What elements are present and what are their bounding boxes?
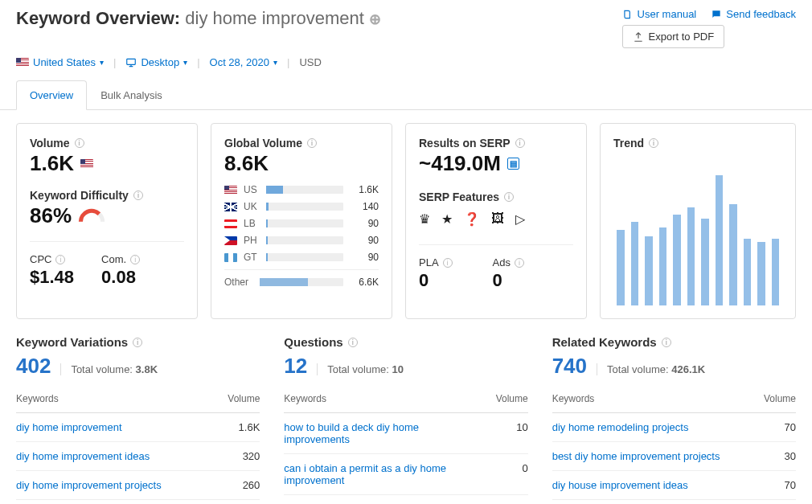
title-keyword: diy home improvement	[185, 8, 364, 28]
info-icon[interactable]: i	[130, 255, 140, 264]
crown-icon: ♛	[419, 211, 430, 227]
video-icon: ▷	[515, 211, 525, 227]
gv-row: LB90	[224, 218, 379, 229]
chat-icon	[711, 9, 722, 20]
serp-snapshot-icon[interactable]: ▤	[507, 158, 519, 170]
related-count[interactable]: 740	[552, 354, 587, 379]
table-row: diy home improvement ideas320	[16, 442, 260, 471]
trend-chart	[613, 161, 782, 305]
page-header: Keyword Overview: diy home improvement ⊕…	[0, 0, 812, 68]
related-keywords-section: Related Keywordsi 740 Total volume: 426.…	[552, 335, 796, 504]
trend-bar	[617, 230, 625, 305]
trend-bar	[631, 222, 639, 305]
send-feedback-link[interactable]: Send feedback	[711, 8, 796, 20]
chevron-down-icon: ▾	[273, 58, 277, 67]
info-icon[interactable]: i	[662, 338, 671, 347]
keyword-variations-section: Keyword Variationsi 402 Total volume: 3.…	[16, 335, 260, 504]
table-row: diy home improvement1.6K	[16, 413, 260, 442]
trend-bar	[645, 236, 653, 305]
table-row: budget diy home improvement50	[552, 500, 796, 504]
keyword-link[interactable]: diy home improvement ideas	[16, 450, 150, 462]
gv-row: PH90	[224, 235, 379, 246]
table-row: diy home remodeling projects70	[552, 413, 796, 442]
info-icon[interactable]: i	[443, 258, 453, 268]
info-icon[interactable]: i	[55, 255, 65, 264]
trend-bar	[772, 239, 780, 305]
pla-value: 0	[419, 270, 453, 291]
keyword-link[interactable]: diy home remodeling projects	[552, 421, 689, 433]
country-filter[interactable]: United States ▾	[16, 56, 104, 68]
trend-bar	[716, 175, 724, 305]
tab-bulk-analysis[interactable]: Bulk Analysis	[87, 80, 176, 110]
faq-icon: ❓	[464, 211, 480, 227]
questions-count[interactable]: 12	[284, 354, 307, 379]
info-icon[interactable]: i	[133, 191, 143, 200]
table-row: diy house improvement ideas70	[552, 471, 796, 500]
ph-flag-icon	[224, 236, 237, 245]
trend-bar	[729, 204, 737, 305]
table-row: how to build a deck diy home improvement…	[284, 413, 527, 454]
gt-flag-icon	[224, 253, 237, 262]
gv-row: UK140	[224, 201, 379, 212]
device-filter[interactable]: Desktop ▾	[125, 56, 187, 68]
kd-value: 86%	[30, 203, 72, 228]
global-volume-value: 8.6K	[224, 151, 379, 176]
info-icon[interactable]: i	[307, 138, 317, 148]
keyword-link[interactable]: diy house improvement ideas	[552, 479, 688, 491]
info-icon[interactable]: i	[75, 138, 84, 148]
keyword-link[interactable]: diy home improvement	[16, 421, 122, 433]
gv-row: US1.6K	[224, 184, 379, 195]
volume-value: 1.6K	[30, 151, 74, 176]
serp-card: Results on SERPi ~419.0M▤ SERP Featuresi…	[405, 123, 587, 319]
trend-bar	[673, 215, 681, 305]
trend-card: Trendi	[600, 123, 796, 319]
svg-rect-0	[127, 59, 136, 64]
chevron-down-icon: ▾	[183, 58, 187, 67]
title-prefix: Keyword Overview:	[16, 8, 180, 28]
us-flag-icon	[16, 58, 29, 67]
desktop-icon	[125, 57, 137, 68]
ads-value: 0	[493, 270, 524, 291]
volume-card: Volumei 1.6K Keyword Difficultyi 86% CPC…	[16, 123, 198, 319]
table-row: can i obtain a permit as a diy home impr…	[284, 454, 527, 495]
tab-overview[interactable]: Overview	[16, 80, 87, 110]
chevron-down-icon: ▾	[100, 58, 104, 67]
export-pdf-button[interactable]: Export to PDF	[622, 25, 725, 48]
gv-row: GT90	[224, 252, 379, 263]
currency-label: USD	[299, 56, 321, 68]
keyword-link[interactable]: best diy home improvement projects	[552, 450, 720, 462]
com-value: 0.08	[101, 267, 140, 288]
table-row: best diy home improvement projects30	[552, 442, 796, 471]
date-filter[interactable]: Oct 28, 2020 ▾	[210, 56, 277, 68]
book-icon	[622, 9, 634, 20]
info-icon[interactable]: i	[515, 258, 524, 268]
info-icon[interactable]: i	[504, 192, 514, 202]
serp-results-value: ~419.0M	[419, 151, 501, 176]
add-keyword-button[interactable]: ⊕	[369, 11, 381, 27]
info-icon[interactable]: i	[133, 338, 142, 347]
info-icon[interactable]: i	[649, 138, 658, 148]
keyword-link[interactable]: can i obtain a permit as a diy home impr…	[284, 462, 461, 486]
info-icon[interactable]: i	[348, 338, 358, 347]
lb-flag-icon	[224, 219, 237, 228]
info-icon[interactable]: i	[515, 138, 525, 148]
gauge-icon	[78, 208, 105, 224]
trend-bar	[744, 239, 752, 305]
trend-bar	[659, 227, 667, 305]
user-manual-link[interactable]: User manual	[622, 8, 697, 20]
export-icon	[633, 31, 644, 43]
table-row: do-it-yourself diy home improvement reta…	[284, 495, 527, 504]
us-flag-icon	[224, 186, 237, 195]
uk-flag-icon	[224, 203, 237, 211]
global-volume-card: Global Volumei 8.6K US1.6KUK140LB90PH90G…	[211, 123, 392, 319]
keyword-link[interactable]: diy home improvement projects	[16, 479, 162, 491]
keyword-link[interactable]: how to build a deck diy home improvement…	[284, 421, 461, 445]
cpc-value: $1.48	[30, 267, 74, 288]
filters-bar: United States ▾ | Desktop ▾ | Oct 28, 20…	[16, 56, 796, 68]
page-title: Keyword Overview: diy home improvement ⊕	[16, 8, 381, 29]
image-icon: 🖼	[491, 211, 504, 227]
table-row: cheap easy diy home improvements90	[16, 500, 260, 504]
variations-count[interactable]: 402	[16, 354, 51, 379]
us-flag-icon	[80, 159, 93, 168]
trend-bar	[757, 242, 765, 305]
